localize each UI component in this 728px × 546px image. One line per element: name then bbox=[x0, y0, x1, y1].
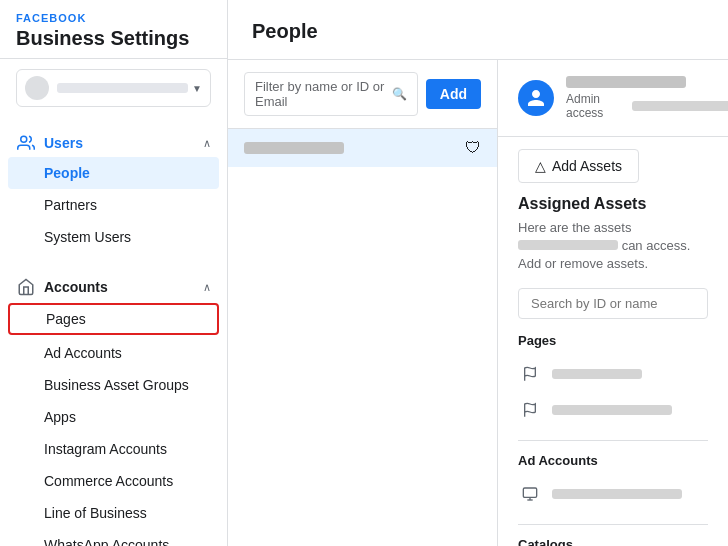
chevron-down-icon: ▼ bbox=[192, 83, 202, 94]
sidebar-item-instagram-accounts[interactable]: Instagram Accounts bbox=[0, 433, 227, 465]
page-title: People bbox=[252, 20, 704, 43]
assigned-assets-desc: Here are the assets can access. Add or r… bbox=[518, 219, 708, 274]
people-list: 🛡 bbox=[228, 129, 497, 546]
users-section-header[interactable]: Users ∧ bbox=[0, 125, 227, 157]
store-icon bbox=[16, 277, 36, 297]
ad-account-icon bbox=[518, 482, 542, 506]
detail-name bbox=[566, 76, 686, 88]
sidebar: FACEBOOK Business Settings ▼ Users ∧ bbox=[0, 0, 228, 546]
assigned-assets-title: Assigned Assets bbox=[518, 195, 708, 213]
account-selector[interactable]: ▼ bbox=[16, 69, 211, 107]
search-icon: 🔍 bbox=[392, 87, 407, 101]
sidebar-item-commerce-accounts[interactable]: Commerce Accounts bbox=[0, 465, 227, 497]
content-area: Filter by name or ID or Email 🔍 Add 🛡 bbox=[228, 60, 728, 546]
list-item[interactable]: 🛡 bbox=[228, 129, 497, 167]
filter-placeholder: Filter by name or ID or Email bbox=[255, 79, 386, 109]
ad-accounts-category-title: Ad Accounts bbox=[518, 453, 708, 468]
users-section-title: Users bbox=[16, 133, 83, 153]
detail-email bbox=[632, 101, 728, 111]
pages-category: Pages bbox=[518, 333, 708, 428]
sidebar-header: FACEBOOK Business Settings bbox=[0, 0, 227, 59]
asset-item bbox=[518, 356, 708, 392]
asset-name bbox=[552, 489, 682, 499]
role-label: Admin access bbox=[566, 92, 628, 120]
asset-name bbox=[552, 405, 672, 415]
add-assets-button[interactable]: △ Add Assets bbox=[518, 149, 639, 183]
accounts-label: Accounts bbox=[44, 279, 108, 295]
sidebar-item-ad-accounts[interactable]: Ad Accounts bbox=[0, 337, 227, 369]
sidebar-item-people[interactable]: People bbox=[8, 157, 219, 189]
asset-item bbox=[518, 476, 708, 512]
filter-bar: Filter by name or ID or Email 🔍 Add bbox=[228, 60, 497, 129]
detail-panel: Admin access △ Add Assets Assigned Asset… bbox=[498, 60, 728, 546]
catalogs-category: Catalogs bbox=[518, 537, 708, 546]
asset-item bbox=[518, 392, 708, 428]
divider bbox=[518, 440, 708, 441]
people-icon bbox=[16, 133, 36, 153]
flag-icon bbox=[518, 398, 542, 422]
sidebar-item-system-users[interactable]: System Users bbox=[0, 221, 227, 253]
avatar bbox=[25, 76, 49, 100]
sidebar-item-business-asset-groups[interactable]: Business Asset Groups bbox=[0, 369, 227, 401]
svg-point-0 bbox=[21, 136, 27, 142]
svg-rect-4 bbox=[523, 488, 536, 497]
accounts-section-header[interactable]: Accounts ∧ bbox=[0, 269, 227, 301]
person-name bbox=[244, 142, 344, 154]
main-content: People Filter by name or ID or Email 🔍 A… bbox=[228, 0, 728, 546]
users-label: Users bbox=[44, 135, 83, 151]
catalogs-category-title: Catalogs bbox=[518, 537, 708, 546]
accounts-chevron-icon: ∧ bbox=[203, 281, 211, 294]
accounts-section-title: Accounts bbox=[16, 277, 108, 297]
detail-header: Admin access bbox=[498, 60, 728, 137]
sidebar-item-line-of-business[interactable]: Line of Business bbox=[0, 497, 227, 529]
sidebar-item-apps[interactable]: Apps bbox=[0, 401, 227, 433]
triangle-up-icon: △ bbox=[535, 158, 546, 174]
divider bbox=[518, 524, 708, 525]
asset-name bbox=[552, 369, 642, 379]
add-assets-label: Add Assets bbox=[552, 158, 622, 174]
search-assets-input[interactable] bbox=[518, 288, 708, 319]
people-panel: Filter by name or ID or Email 🔍 Add 🛡 bbox=[228, 60, 498, 546]
flag-icon bbox=[518, 362, 542, 386]
sidebar-item-pages[interactable]: Pages ◀ bbox=[8, 303, 219, 335]
pages-category-title: Pages bbox=[518, 333, 708, 348]
users-chevron-icon: ∧ bbox=[203, 137, 211, 150]
account-name bbox=[57, 83, 188, 93]
add-button[interactable]: Add bbox=[426, 79, 481, 109]
sidebar-item-partners[interactable]: Partners bbox=[0, 189, 227, 221]
sidebar-item-whatsapp-accounts[interactable]: WhatsApp Accounts bbox=[0, 529, 227, 546]
assigned-desc-name bbox=[518, 240, 618, 250]
main-header: People bbox=[228, 0, 728, 60]
accounts-section: Accounts ∧ Pages ◀ Ad Accounts Business … bbox=[0, 261, 227, 546]
biz-settings-title: Business Settings bbox=[16, 26, 211, 50]
assigned-section: Assigned Assets Here are the assets can … bbox=[498, 195, 728, 546]
avatar bbox=[518, 80, 554, 116]
users-section: Users ∧ People Partners System Users bbox=[0, 117, 227, 261]
filter-input-container[interactable]: Filter by name or ID or Email 🔍 bbox=[244, 72, 418, 116]
detail-role: Admin access bbox=[566, 92, 728, 120]
detail-info: Admin access bbox=[566, 76, 728, 120]
fb-logo: FACEBOOK bbox=[16, 12, 211, 24]
shield-icon: 🛡 bbox=[465, 139, 481, 157]
ad-accounts-category: Ad Accounts bbox=[518, 453, 708, 512]
